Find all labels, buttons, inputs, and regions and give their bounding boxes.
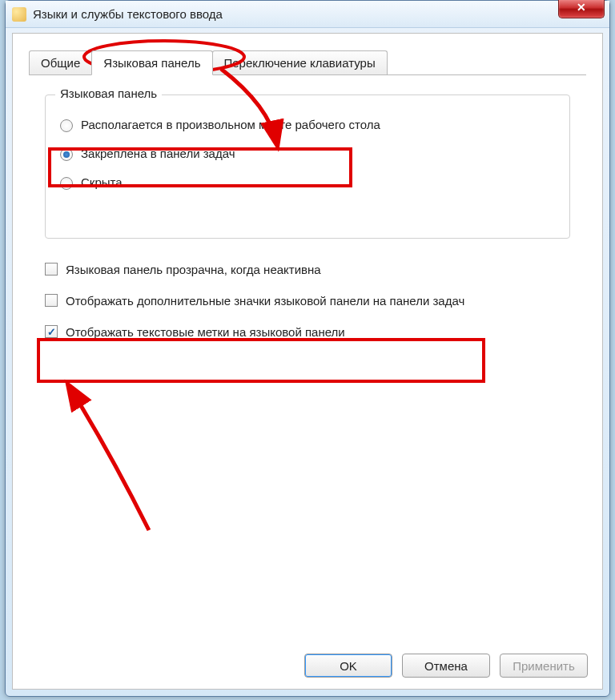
window-title: Языки и службы текстового ввода [33,7,223,21]
cancel-button[interactable]: Отмена [402,654,490,678]
radio-floating[interactable]: Располагается в произвольном месте рабоч… [60,118,555,132]
dialog-buttons: OK Отмена Применить [304,654,588,678]
radio-icon [60,119,73,132]
checkbox-icon [45,263,58,276]
app-icon [12,7,26,22]
radio-label: Закреплена в панели задач [81,147,235,160]
tab-strip: Общие Языковая панель Переключение клави… [29,50,586,75]
group-legend: Языковая панель [55,86,162,100]
check-transparent[interactable]: Языковая панель прозрачна, когда неактив… [45,261,570,278]
ok-button[interactable]: OK [304,654,392,678]
client-area: Общие Языковая панель Переключение клави… [12,33,603,690]
tab-general[interactable]: Общие [29,50,92,74]
checkbox-list: Языковая панель прозрачна, когда неактив… [45,255,570,355]
checkbox-label: Отображать дополнительные значки языково… [66,292,464,309]
tab-keyboard-switch[interactable]: Переключение клавиатуры [212,50,388,74]
checkbox-icon [45,325,58,338]
dialog-window: Языки и службы текстового ввода ✕ Общие … [5,0,610,697]
radio-label: Скрыта [81,175,123,189]
radio-icon [60,148,73,161]
tab-language-bar[interactable]: Языковая панель [91,50,212,75]
radio-hidden[interactable]: Скрыта [60,175,555,190]
check-text-labels[interactable]: Отображать текстовые метки на языковой п… [45,324,570,340]
radio-label: Располагается в произвольном месте рабоч… [81,118,380,131]
titlebar: Языки и службы текстового ввода ✕ [6,1,609,28]
close-button[interactable]: ✕ [558,0,605,18]
language-bar-group: Языковая панель Располагается в произвол… [45,95,570,239]
checkbox-label: Языковая панель прозрачна, когда неактив… [66,261,321,278]
radio-icon [60,177,73,190]
radio-docked-taskbar[interactable]: Закреплена в панели задач [60,147,555,161]
checkbox-label: Отображать текстовые метки на языковой п… [66,324,345,340]
check-extra-icons[interactable]: Отображать дополнительные значки языково… [45,292,570,309]
apply-button[interactable]: Применить [500,654,588,678]
checkbox-icon [45,294,58,307]
